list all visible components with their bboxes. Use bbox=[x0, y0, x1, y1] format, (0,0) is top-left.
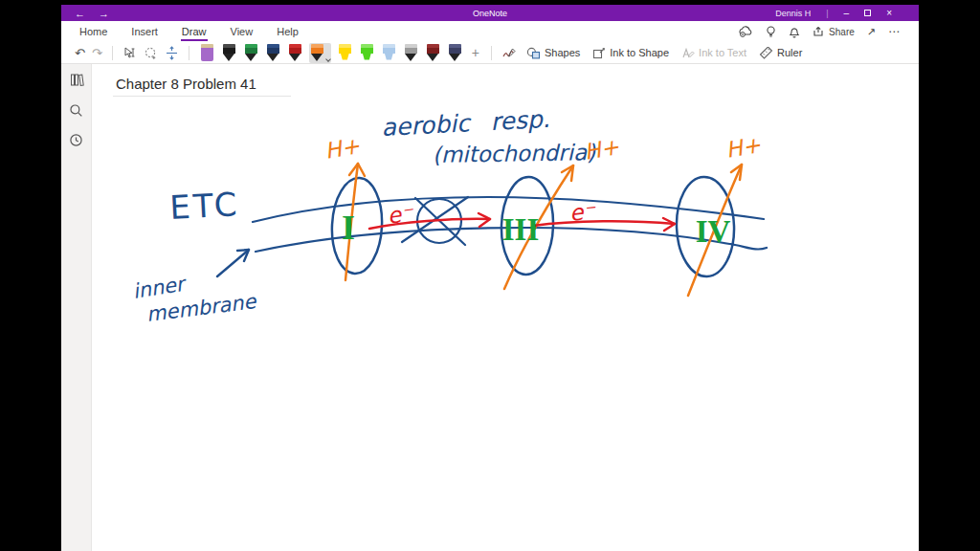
toolbar-divider bbox=[189, 46, 189, 60]
close-button[interactable]: × bbox=[886, 9, 892, 18]
notifications-bell-icon[interactable] bbox=[789, 26, 800, 38]
user-account[interactable]: Dennis H bbox=[775, 9, 811, 18]
content-area: Chapter 8 Problem 41 bbox=[61, 64, 919, 551]
share-label: Share bbox=[829, 27, 855, 37]
undo-button[interactable]: ↶ bbox=[75, 47, 85, 59]
recent-notes-icon[interactable] bbox=[68, 131, 85, 148]
lightbulb-icon[interactable] bbox=[766, 26, 776, 38]
mitochondria-label: (mitochondria) bbox=[433, 140, 597, 167]
shapes-button[interactable]: Shapes bbox=[523, 47, 583, 59]
page-canvas[interactable]: Chapter 8 Problem 41 bbox=[92, 64, 919, 551]
complex-1-numeral: I bbox=[342, 209, 355, 247]
toolbar-divider bbox=[491, 46, 492, 60]
maximize-button[interactable] bbox=[864, 10, 871, 16]
fullscreen-icon[interactable]: ↗ bbox=[867, 26, 876, 38]
h-plus-label-3: H+ bbox=[724, 132, 763, 163]
onenote-window: ← → OneNote Dennis H | – × Home Insert D… bbox=[61, 5, 919, 551]
pen-maroon-tool[interactable] bbox=[425, 43, 441, 63]
shapes-label: Shapes bbox=[545, 47, 580, 58]
highlighter-yellow-tool[interactable] bbox=[337, 43, 353, 63]
ink-to-text-button[interactable]: Ink to Text bbox=[679, 47, 749, 59]
ink-drawing[interactable]: ETC inner membrane aerobic resp. (mitoch… bbox=[92, 64, 919, 551]
select-objects-tool[interactable] bbox=[122, 46, 137, 60]
draw-with-touch-icon[interactable] bbox=[501, 46, 517, 60]
pen-black-tool[interactable] bbox=[221, 43, 237, 63]
h-plus-label-2: H+ bbox=[582, 134, 621, 165]
titlebar-divider: | bbox=[826, 9, 828, 18]
pen-red-tool[interactable] bbox=[287, 43, 303, 63]
electron-label-2: e⁻ bbox=[568, 198, 598, 226]
etc-pointer-arrow bbox=[217, 250, 249, 276]
tab-home[interactable]: Home bbox=[78, 23, 108, 40]
pen-gray-tool[interactable] bbox=[403, 43, 419, 63]
add-pen-button[interactable]: + bbox=[470, 45, 481, 60]
ruler-label: Ruler bbox=[777, 47, 802, 58]
complex-4-numeral: IV bbox=[696, 214, 731, 249]
title-bar: ← → OneNote Dennis H | – × bbox=[61, 5, 919, 21]
notebooks-icon[interactable] bbox=[68, 72, 85, 89]
h-plus-label-1: H+ bbox=[323, 133, 362, 164]
lasso-select-tool[interactable] bbox=[144, 46, 158, 60]
ribbon-tab-bar: Home Insert Draw View Help Share bbox=[61, 21, 919, 42]
pen-navy-tool[interactable] bbox=[265, 43, 281, 63]
pen-options-chevron-icon[interactable] bbox=[325, 56, 331, 62]
tab-insert[interactable]: Insert bbox=[130, 23, 159, 40]
ink-to-text-label: Ink to Text bbox=[699, 47, 746, 58]
insert-space-tool[interactable] bbox=[165, 46, 179, 60]
tab-help[interactable]: Help bbox=[276, 23, 300, 40]
ink-to-shape-button[interactable]: Ink to Shape bbox=[590, 47, 672, 59]
sync-status-icon[interactable] bbox=[738, 26, 753, 37]
eraser[interactable] bbox=[199, 43, 215, 63]
redo-button[interactable]: ↷ bbox=[92, 47, 102, 59]
complex-3-numeral: III bbox=[502, 212, 540, 247]
toolbar-divider bbox=[112, 46, 113, 60]
share-button[interactable]: Share bbox=[813, 26, 855, 37]
ink-to-shape-label: Ink to Shape bbox=[610, 47, 669, 58]
navigation-rail bbox=[61, 64, 92, 551]
highlighter-blue-tool[interactable] bbox=[381, 43, 397, 63]
search-icon[interactable] bbox=[68, 101, 85, 119]
pen-green-tool[interactable] bbox=[243, 43, 259, 63]
minimize-button[interactable]: – bbox=[844, 9, 850, 18]
aerobic-resp-label: aerobic resp. bbox=[381, 105, 550, 142]
highlighter-green-tool[interactable] bbox=[359, 43, 375, 63]
pen-orange-tool[interactable] bbox=[309, 43, 331, 63]
tab-draw[interactable]: Draw bbox=[181, 23, 208, 40]
complex-1-oval bbox=[329, 177, 384, 276]
ruler-button[interactable]: Ruler bbox=[756, 47, 805, 59]
pen-darkblue-tool[interactable] bbox=[447, 43, 463, 63]
tab-view[interactable]: View bbox=[230, 23, 255, 40]
more-options-icon[interactable]: ⋯ bbox=[888, 25, 900, 38]
screen: ← → OneNote Dennis H | – × Home Insert D… bbox=[0, 0, 980, 551]
etc-label: ETC bbox=[168, 185, 240, 227]
pen-list bbox=[199, 43, 463, 63]
electron-label-1: e⁻ bbox=[386, 200, 415, 229]
draw-toolbar: ↶ ↷ + Shapes bbox=[61, 42, 919, 64]
